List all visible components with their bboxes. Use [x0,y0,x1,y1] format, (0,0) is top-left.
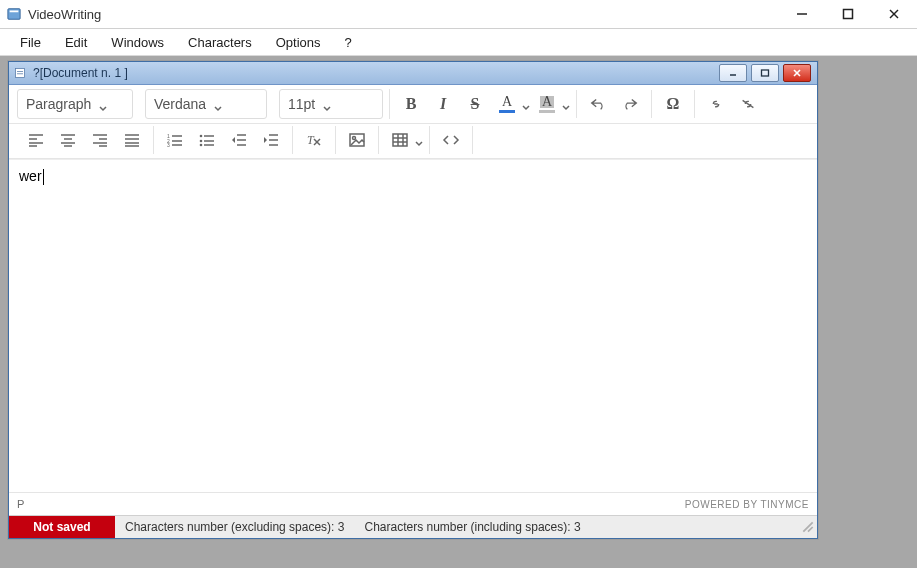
align-justify-button[interactable] [117,126,147,154]
chevron-down-icon [562,100,570,108]
source-code-button[interactable] [436,126,466,154]
svg-rect-3 [844,10,853,19]
chevron-down-icon [415,136,423,144]
svg-rect-6 [16,69,25,78]
svg-text:2: 2 [167,138,170,144]
svg-line-11 [794,70,800,76]
menu-windows[interactable]: Windows [99,32,176,53]
app-window: VideoWriting File Edit Windows Character… [0,0,917,568]
powered-by-label[interactable]: POWERED BY TINYMCE [685,499,809,510]
bold-button[interactable]: B [396,90,426,118]
doc-close-button[interactable] [783,64,811,82]
chevron-down-icon [522,100,530,108]
doc-minimize-button[interactable] [719,64,747,82]
redo-button[interactable] [615,90,645,118]
font-family-select[interactable]: Verdana [145,89,267,119]
svg-rect-1 [10,11,19,13]
clear-formatting-button[interactable]: T [299,126,329,154]
document-title: ?[Document n. 1 ] [33,66,713,80]
font-family-label: Verdana [154,96,206,112]
paragraph-format-label: Paragraph [26,96,91,112]
menubar: File Edit Windows Characters Options ? [0,29,917,56]
insert-link-button[interactable] [701,90,731,118]
chevron-down-icon [323,100,331,108]
strikethrough-button[interactable]: S [460,90,490,118]
text-color-button[interactable]: A [492,90,530,118]
editor-text: wer [19,168,42,184]
svg-text:1: 1 [167,133,170,139]
svg-line-4 [890,10,898,18]
document-titlebar[interactable]: ?[Document n. 1 ] [9,62,817,85]
workspace: ?[Document n. 1 ] Parag [0,56,917,568]
svg-text:T: T [307,133,315,147]
outdent-button[interactable] [224,126,254,154]
svg-line-12 [794,70,800,76]
app-title: VideoWriting [28,7,779,22]
insert-table-button[interactable] [385,126,423,154]
document-icon [13,66,27,80]
char-count-including: Characters number (including spaces): 3 [354,520,590,534]
element-path[interactable]: P [17,498,24,510]
align-right-button[interactable] [85,126,115,154]
menu-file[interactable]: File [8,32,53,53]
svg-rect-10 [762,70,769,76]
remove-link-button[interactable] [733,90,763,118]
align-left-button[interactable] [21,126,51,154]
svg-text:3: 3 [167,142,170,147]
svg-line-49 [314,139,320,145]
minimize-button[interactable] [779,0,825,28]
undo-button[interactable] [583,90,613,118]
doc-maximize-button[interactable] [751,64,779,82]
menu-help[interactable]: ? [333,32,364,53]
app-icon [6,6,22,22]
chevron-down-icon [99,100,107,108]
svg-line-5 [890,10,898,18]
numbered-list-button[interactable]: 123 [160,126,190,154]
editor-content-area[interactable]: wer [9,159,817,492]
svg-point-40 [200,144,203,147]
highlight-color-swatch [539,110,555,113]
editor-toolbar-row-1: Paragraph Verdana [9,85,817,124]
insert-image-button[interactable] [342,126,372,154]
save-status-bar: Not saved Characters number (excluding s… [9,515,817,538]
document-window: ?[Document n. 1 ] Parag [8,61,818,539]
svg-point-36 [200,135,203,138]
menu-characters[interactable]: Characters [176,32,264,53]
svg-point-52 [353,137,356,140]
italic-button[interactable]: I [428,90,458,118]
indent-button[interactable] [256,126,286,154]
bullet-list-button[interactable] [192,126,222,154]
paragraph-format-select[interactable]: Paragraph [17,89,133,119]
editor-toolbar-row-2: 123 T [9,124,817,159]
svg-rect-51 [350,134,364,146]
editor-statusbar: P POWERED BY TINYMCE [9,492,817,515]
titlebar: VideoWriting [0,0,917,29]
svg-line-50 [314,139,320,145]
resize-grip-icon[interactable] [801,520,815,534]
svg-rect-53 [393,134,407,146]
font-size-select[interactable]: 11pt [279,89,383,119]
menu-edit[interactable]: Edit [53,32,99,53]
save-status-badge: Not saved [9,516,115,538]
align-center-button[interactable] [53,126,83,154]
font-size-label: 11pt [288,96,315,112]
text-color-swatch [499,110,515,113]
document-window-controls [719,64,813,82]
svg-rect-0 [8,9,20,20]
window-controls [779,0,917,28]
text-caret [43,169,44,185]
svg-point-38 [200,140,203,143]
special-character-button[interactable]: Ω [658,90,688,118]
highlight-color-button[interactable]: A [532,90,570,118]
char-count-excluding: Characters number (excluding spaces): 3 [115,520,354,534]
close-button[interactable] [871,0,917,28]
menu-options[interactable]: Options [264,32,333,53]
maximize-button[interactable] [825,0,871,28]
chevron-down-icon [214,100,222,108]
svg-line-13 [743,100,754,107]
